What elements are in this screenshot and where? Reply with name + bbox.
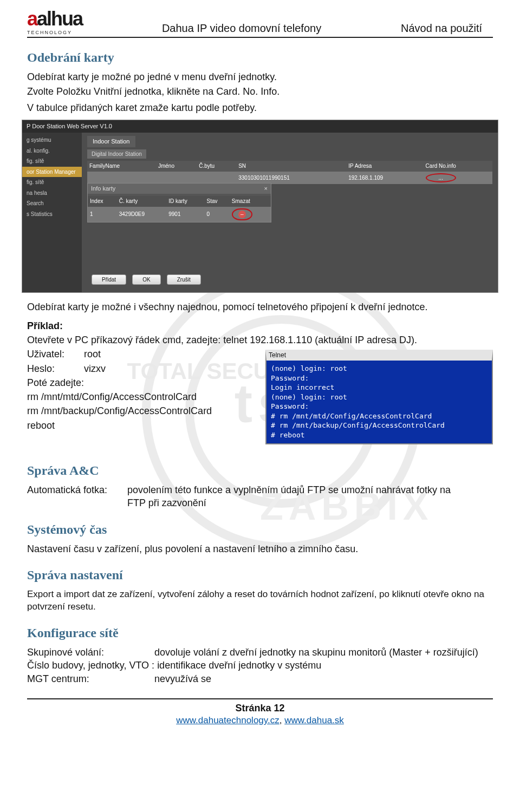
screenshot-webui: P Door Station Web Server V1.0 g systému… xyxy=(22,120,498,293)
window-title: P Door Station Web Server V1.0 xyxy=(22,120,498,133)
para: Odebírat karty je možné po jedné v menu … xyxy=(27,70,493,83)
cell-delete[interactable]: – xyxy=(230,207,271,222)
col: Stav xyxy=(204,196,229,207)
doc-title: Dahua IP video domovní telefony xyxy=(89,21,394,36)
logo-word: alhua xyxy=(37,8,82,30)
cell: 0 xyxy=(204,207,229,222)
value-pass: vizxv xyxy=(84,363,106,374)
sidebar-item[interactable]: na hesla xyxy=(22,188,82,199)
footer-rule xyxy=(27,698,493,699)
cell xyxy=(87,172,156,185)
para: V tabulce přidaných karet zmaže kartu po… xyxy=(27,101,493,114)
doc-header: aalhua TECHNOLOGY Dahua IP video domovní… xyxy=(27,5,493,36)
para: Export a import dat ze zařízení, vytvoře… xyxy=(27,588,493,613)
label-pass: Heslo: xyxy=(27,362,84,375)
value: dovoluje volání z dveřní jednotky na sku… xyxy=(154,647,478,658)
col: IP Adresa xyxy=(346,161,423,172)
value-user: root xyxy=(84,349,101,359)
label: MGT centrum: xyxy=(27,672,152,685)
tab-indoor-station[interactable]: Indoor Station xyxy=(87,136,135,147)
subtab-digital[interactable]: Digital Indoor Station xyxy=(87,149,146,159)
label-example: Příklad: xyxy=(27,320,63,331)
label: Číslo budovy, jednotky, VTO : xyxy=(27,659,154,672)
cell: 33010301011990151 xyxy=(236,172,346,185)
col: Smazat xyxy=(230,196,271,207)
logo-sub: TECHNOLOGY xyxy=(27,29,82,36)
sidebar-item[interactable]: fig. sítě xyxy=(22,177,82,188)
add-button[interactable]: Přidat xyxy=(92,274,126,285)
sidebar-item[interactable]: g systému xyxy=(22,135,82,146)
value: povolením této funkce a vyplněním údajů … xyxy=(127,484,451,495)
footer-link-1[interactable]: www.dahuatechnology.cz xyxy=(176,715,280,725)
doc-subtitle: Návod na použití xyxy=(401,21,493,36)
ok-button[interactable]: OK xyxy=(132,274,160,285)
header-rule xyxy=(27,37,493,38)
col: ID karty xyxy=(166,196,204,207)
label-autofoto: Automatická fotka: xyxy=(27,483,125,496)
table-row: 1 3429D0E9 9901 0 – xyxy=(88,207,271,222)
cell xyxy=(197,172,236,185)
para: Nastavení času v zařízení, plus povolení… xyxy=(27,542,493,555)
station-table: FamilyName Jméno Č.bytu SN IP Adresa Car… xyxy=(87,161,492,184)
brand-logo: aalhua TECHNOLOGY xyxy=(27,6,82,36)
para: Otevřete v PC příkazový řádek cmd, zadej… xyxy=(27,333,493,346)
h-settings-mgmt: Správa nastavení xyxy=(27,566,493,584)
value: nevyužívá se xyxy=(154,673,211,684)
label-user: Uživatel: xyxy=(27,348,84,361)
separator: , xyxy=(280,715,284,725)
sidebar: g systému al. konfig. fig. sítě oor Stat… xyxy=(22,133,82,292)
callout-circle-icon: – xyxy=(232,208,252,220)
h-sprava-ac: Správa A&C xyxy=(27,462,493,479)
dialog-title: Info karty xyxy=(91,185,115,193)
value: FTP při zazvonění xyxy=(127,497,206,508)
cell xyxy=(156,172,197,185)
callout-circle-icon: ... xyxy=(426,173,456,183)
telnet-line: # rm /mnt/backup/Config/AccessControlCar… xyxy=(271,421,487,430)
delete-icon[interactable]: – xyxy=(238,211,246,218)
telnet-line: Login incorrect xyxy=(271,383,487,392)
sidebar-item[interactable]: al. konfig. xyxy=(22,146,82,156)
cell: 192.168.1.109 xyxy=(346,172,423,185)
col: Č.bytu xyxy=(197,161,236,172)
col: FamilyName xyxy=(87,161,156,172)
telnet-line: # rm /mnt/mtd/Config/AccessControlCard xyxy=(271,411,487,421)
sidebar-item[interactable]: fig. sítě xyxy=(22,156,82,167)
h-sys-time: Systémový čas xyxy=(27,521,493,538)
footer-link-2[interactable]: www.dahua.sk xyxy=(284,715,344,725)
col: Jméno xyxy=(156,161,197,172)
telnet-line: (none) login: root xyxy=(271,392,487,402)
telnet-window: (none) login: root Password: Login incor… xyxy=(265,350,493,444)
col: Č. karty xyxy=(117,196,166,207)
page-number: Stránka 12 xyxy=(27,702,493,715)
para: Zvolte Položku Vnitřní jednotka, kliknět… xyxy=(27,85,493,98)
telnet-line: # reboot xyxy=(271,430,487,440)
h-remove-card: Odebrání karty xyxy=(27,49,493,66)
label: Skupinové volání: xyxy=(27,646,152,659)
cell-card-info[interactable]: ... xyxy=(424,172,492,185)
col: SN xyxy=(236,161,346,172)
footer: Stránka 12 www.dahuatechnology.cz, www.d… xyxy=(27,698,493,727)
col: Index xyxy=(88,196,117,207)
telnet-line: Password: xyxy=(271,374,487,383)
table-row[interactable]: 33010301011990151 192.168.1.109 ... xyxy=(87,172,492,185)
sidebar-item-active[interactable]: oor Station Manager xyxy=(22,167,82,178)
col: Card No.info xyxy=(424,161,492,172)
cancel-button[interactable]: Zrušit xyxy=(167,274,201,285)
sidebar-item[interactable]: s Statistics xyxy=(22,209,82,220)
cell: 1 xyxy=(88,207,117,222)
dialog-card-info: Info karty × Index Č. karty ID karty Sta… xyxy=(87,183,271,222)
h-net-config: Konfigurace sítě xyxy=(27,624,493,641)
close-icon[interactable]: × xyxy=(264,185,268,193)
telnet-line: (none) login: root xyxy=(271,364,487,374)
sidebar-item[interactable]: Search xyxy=(22,198,82,209)
value: identifikace dveřní jednotky v systému xyxy=(157,660,321,671)
cell: 3429D0E9 xyxy=(117,207,166,222)
telnet-line: Password: xyxy=(271,402,487,411)
para: Odebírat karty je možné i všechny najedn… xyxy=(27,300,493,313)
cell: 9901 xyxy=(166,207,204,222)
